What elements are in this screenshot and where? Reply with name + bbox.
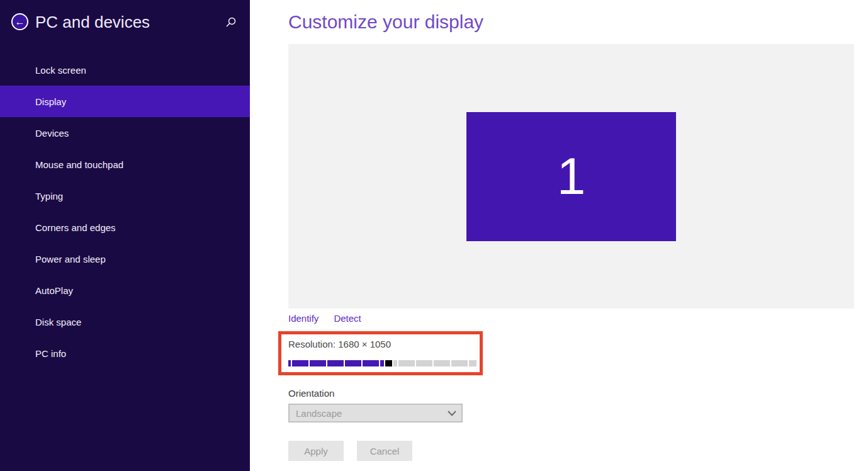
sidebar-item-typing[interactable]: Typing xyxy=(0,180,250,212)
orientation-dropdown[interactable]: Landscape xyxy=(288,404,463,423)
section-heading: Customize your display xyxy=(288,11,483,33)
slider-segment xyxy=(327,360,344,366)
orientation-dropdown-value: Landscape xyxy=(290,408,442,419)
identify-link[interactable]: Identify xyxy=(288,313,318,324)
monitor-1-preview[interactable]: 1 xyxy=(466,112,676,241)
display-settings-panel: Customize your display 1 Identify Detect… xyxy=(288,0,854,471)
detect-link[interactable]: Detect xyxy=(334,313,361,324)
sidebar-item-disk-space[interactable]: Disk space xyxy=(0,306,250,338)
display-preview-area: 1 xyxy=(288,44,854,309)
slider-segment xyxy=(363,360,379,366)
sidebar-item-autoplay[interactable]: AutoPlay xyxy=(0,275,250,306)
settings-sidebar: ← PC and devices Lock screen Display Dev… xyxy=(0,0,250,471)
sidebar-header: ← PC and devices xyxy=(0,0,250,54)
sidebar-item-corners-and-edges[interactable]: Corners and edges xyxy=(0,212,250,243)
monitor-number-label: 1 xyxy=(557,147,586,206)
slider-segment xyxy=(398,360,415,366)
slider-segment xyxy=(393,360,397,366)
page-title: PC and devices xyxy=(35,13,150,32)
slider-segment xyxy=(416,360,432,366)
sidebar-item-devices[interactable]: Devices xyxy=(0,117,250,149)
slider-segment xyxy=(380,360,384,366)
arrow-left-icon: ← xyxy=(15,17,25,27)
orientation-label: Orientation xyxy=(288,388,334,399)
slider-segment xyxy=(310,360,326,366)
slider-segment xyxy=(292,360,308,366)
red-annotation-highlight xyxy=(278,331,483,375)
sidebar-item-lock-screen[interactable]: Lock screen xyxy=(0,54,250,86)
slider-thumb[interactable] xyxy=(385,360,392,366)
slider-segment xyxy=(288,360,291,366)
search-button[interactable] xyxy=(226,17,236,27)
chevron-down-icon xyxy=(442,411,461,416)
slider-segment xyxy=(345,360,361,366)
sidebar-item-power-and-sleep[interactable]: Power and sleep xyxy=(0,243,250,275)
resolution-slider[interactable] xyxy=(288,360,476,366)
sidebar-nav: Lock screen Display Devices Mouse and to… xyxy=(0,54,250,369)
cancel-button[interactable]: Cancel xyxy=(357,441,412,461)
action-buttons-row: Apply Cancel xyxy=(288,441,412,461)
sidebar-item-display[interactable]: Display xyxy=(0,86,250,117)
apply-button[interactable]: Apply xyxy=(288,441,344,461)
resolution-label: Resolution: 1680 × 1050 xyxy=(288,339,391,349)
slider-segment xyxy=(469,360,476,366)
back-button[interactable]: ← xyxy=(11,13,28,30)
sidebar-item-mouse-and-touchpad[interactable]: Mouse and touchpad xyxy=(0,149,250,180)
display-links-row: Identify Detect xyxy=(288,313,361,324)
slider-segment xyxy=(451,360,468,366)
sidebar-item-pc-info[interactable]: PC info xyxy=(0,338,250,369)
search-icon xyxy=(226,17,236,27)
slider-segment xyxy=(434,360,450,366)
